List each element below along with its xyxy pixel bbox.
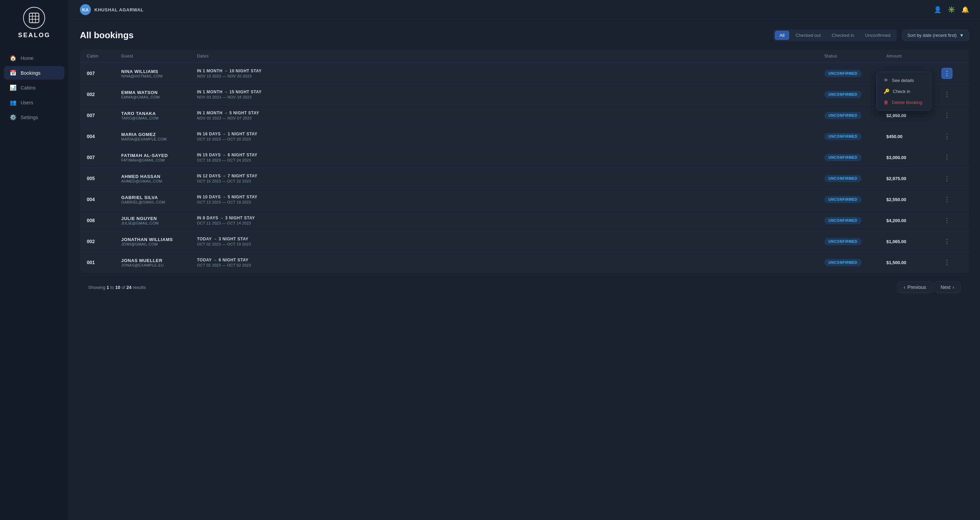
row-menu-button[interactable]: ⋮ [942,194,953,205]
sidebar-item-settings-label: Settings [21,114,38,120]
page-header: All bookings All Checked out Checked in … [80,29,969,41]
avatar: KA [80,4,91,15]
cabins-icon: 📊 [10,84,16,91]
guest-email: EMMA@GMAIL.COM [121,95,197,99]
guest-info: TARO TANAKA TARO@GMAIL.COM [121,111,197,120]
settings-icon: ⚙️ [10,114,16,121]
eye-icon: 👁 [884,78,888,83]
sidebar-item-bookings[interactable]: 📅 Bookings [4,66,64,80]
tab-all[interactable]: All [775,31,789,40]
status-badge: UNCONFIRMED [824,217,862,224]
dates-info: IN 1 MONTH → 10 NIGHT STAY NOV 10 2023 —… [197,68,824,78]
guest-email: JONAS@EXAMPLE.EU [121,263,197,267]
guest-name: FATIMAH AL-SAYED [121,153,197,158]
tab-unconfirmed[interactable]: Unconfirmed [860,31,895,40]
status-cell: UNCONFIRMED [824,133,886,140]
cabin-number: 004 [87,197,121,202]
delete-label: Delete Booking [892,100,922,105]
guest-name: JULIE NGUYEN [121,216,197,221]
table-row: 002 JONATHAN WILLIAMS JOWI@GMAIL.COM TOD… [80,231,969,252]
cabin-number: 007 [87,71,121,76]
username: KHUSHAL AGARWAL [94,7,143,13]
users-icon: 👥 [10,99,16,106]
sidebar-item-cabins[interactable]: 📊 Cabins [4,81,64,94]
chevron-right-icon: › [953,285,954,290]
sort-label: Sort by date (recent first) [907,33,956,38]
settings-icon[interactable]: ✳️ [948,6,955,13]
dates-info: IN 12 DAYS → 7 NIGHT STAY OCT 15 2023 — … [197,173,824,183]
row-menu-button[interactable]: ⋮ [942,110,953,121]
dates-main: TODAY → 6 NIGHT STAY [197,258,824,262]
pagination: ‹ Previous Next › [897,281,961,293]
dates-info: IN 1 MONTH → 5 NIGHT STAY NOV 02 2023 — … [197,111,824,120]
table-row: 007 TARO TANAKA TARO@GMAIL.COM IN 1 MONT… [80,105,969,126]
dates-main: TODAY → 3 NIGHT STAY [197,237,824,242]
status-badge: UNCONFIRMED [824,238,862,245]
status-badge: UNCONFIRMED [824,259,862,266]
table-row: 005 AHMED HASSAN AHMED@GMAIL.COM IN 12 D… [80,168,969,189]
dates-main: IN 1 MONTH → 10 NIGHT STAY [197,68,824,73]
dates-info: IN 8 DAYS → 3 NIGHT STAY OCT 11 2023 — O… [197,216,824,225]
col-amount: Amount [886,54,942,59]
status-cell: UNCONFIRMED [824,112,886,119]
cabin-number: 004 [87,134,121,139]
dates-info: IN 10 DAYS → 5 NIGHT STAY OCT 13 2023 — … [197,194,824,204]
tab-checked-out[interactable]: Checked out [791,31,826,40]
topbar-icons: 👤 ✳️ 🔔 [934,6,969,13]
status-cell: UNCONFIRMED [824,175,886,182]
dropdown-check-in[interactable]: 🔑 Check in [880,86,928,97]
row-menu-button[interactable]: ⋮ [942,152,953,163]
dates-main: IN 16 DAYS → 1 NIGHT STAY [197,132,824,136]
dates-main: IN 12 DAYS → 7 NIGHT STAY [197,173,824,178]
dropdown-delete[interactable]: 🗑 Delete Booking [880,97,928,108]
showing-to: 10 [115,285,120,290]
tab-checked-in[interactable]: Checked in [827,31,859,40]
table-row: 004 MARIA GOMEZ MARIA@EXAMPLE.COM IN 16 … [80,126,969,147]
check-in-label: Check in [893,89,910,94]
guest-info: FATIMAH AL-SAYED FATIMAH@GMAIL.COM [121,153,197,162]
previous-label: Previous [907,285,926,290]
notifications-icon[interactable]: 🔔 [961,6,969,13]
svg-rect-0 [29,13,39,23]
col-guest: Guest [121,54,197,59]
sort-button[interactable]: Sort by date (recent first) ▼ [902,30,969,41]
status-cell: UNCONFIRMED [824,196,886,203]
previous-button[interactable]: ‹ Previous [897,281,932,293]
row-menu-button[interactable]: ⋮ 👁 See details 🔑 Check in 🗑 Delete B [942,68,953,79]
dates-info: TODAY → 3 NIGHT STAY OCT 02 2023 — OCT 1… [197,237,824,246]
dates-sub: NOV 03 2023 — NOV 18 2023 [197,95,824,99]
amount: $3,000.00 [886,155,942,160]
guest-name: AHMED HASSAN [121,174,197,179]
col-dates: Dates [197,54,824,59]
guest-email: NINA@HOTMAIL.COM [121,74,197,78]
status-badge: UNCONFIRMED [824,175,862,182]
status-badge: UNCONFIRMED [824,91,862,98]
cabin-number: 008 [87,218,121,223]
sidebar-item-home[interactable]: 🏠 Home [4,51,64,65]
row-menu-button[interactable]: ⋮ [942,215,953,226]
next-button[interactable]: Next › [934,281,961,293]
guest-info: GABRIEL SILVA GABRIEL@GMAIL.COM [121,195,197,204]
status-badge: UNCONFIRMED [824,133,862,140]
row-menu-button[interactable]: ⋮ [942,236,953,247]
sidebar-item-users[interactable]: 👥 Users [4,96,64,109]
dropdown-see-details[interactable]: 👁 See details [880,75,928,86]
row-menu-button[interactable]: ⋮ [942,131,953,142]
row-menu-button[interactable]: ⋮ [942,257,953,268]
dates-main: IN 8 DAYS → 3 NIGHT STAY [197,216,824,220]
row-menu-button[interactable]: ⋮ [942,173,953,184]
guest-email: MARIA@EXAMPLE.COM [121,137,197,141]
chevron-left-icon: ‹ [904,285,905,290]
sidebar-item-settings[interactable]: ⚙️ Settings [4,111,64,124]
table-row: 004 GABRIEL SILVA GABRIEL@GMAIL.COM IN 1… [80,189,969,210]
home-icon: 🏠 [10,55,16,61]
guest-info: JULIE NGUYEN JULIE@GMAIL.COM [121,216,197,225]
cabin-number: 005 [87,176,121,181]
dates-sub: NOV 10 2023 — NOV 20 2023 [197,74,824,78]
status-cell: UNCONFIRMED [824,259,886,266]
profile-icon[interactable]: 👤 [934,6,942,13]
row-menu-button[interactable]: ⋮ [942,89,953,100]
guest-info: JONATHAN WILLIAMS JOWI@GMAIL.COM [121,237,197,246]
guest-name: TARO TANAKA [121,111,197,116]
guest-email: FATIMAH@GMAIL.COM [121,158,197,162]
